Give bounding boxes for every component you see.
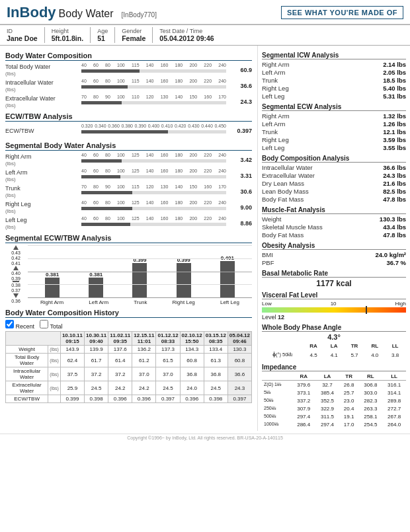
phase-value: 4.3° (262, 333, 406, 341)
seg-ecwtbw-yaxis: 0.43 0.42 0.41 0.40 0.39 0.38 0.37 (5, 245, 26, 298)
seg-ecw-rl: Right Leg3.59 lbs (262, 136, 406, 143)
seg-ecw-ll: Left Leg3.55 lbs (262, 144, 406, 151)
dash-icon (13, 281, 19, 282)
ecwtbw-value: 0.397 (229, 128, 252, 134)
hist-col-2: 10.30.1109:40 (85, 332, 108, 346)
ecw-label: Extracellular Water (lbs) (5, 95, 81, 108)
impedance-table: RA LA TR RL LL Z(Ω) 1㎑ 379.632.726.8306.… (262, 373, 406, 428)
bc-bfm: Body Fat Mass47.8 lbs (262, 196, 406, 203)
seg-icw-tr: Trunk18.5 lbs (262, 77, 406, 84)
hist-col-3: 11.02.1109:35 (108, 332, 132, 346)
history-table: 10.10.1109:15 10.30.1109:40 11.02.1109:3… (5, 331, 252, 403)
ecwtbw-row: ECW/TBW 0.3200.3400.3600.3800.3900.4000.… (5, 124, 252, 138)
hist-col-5: 01.12.1208:33 (156, 332, 180, 346)
hist-col-7: 03.15.1208:35 (204, 332, 227, 346)
seg-icw-rows: Right Arm2.14 lbs Left Arm2.05 lbs Trunk… (262, 61, 406, 100)
phase-table: RA LA TR RL LL ϕ(°) 50㎑ 4.5 4.1 5.7 4.0 … (262, 341, 406, 360)
seg-icw-ra: Right Arm2.14 lbs (262, 61, 406, 68)
seg-ecwtbw-chart-area: 0.43 0.42 0.41 0.40 0.39 0.38 0.37 (5, 245, 252, 298)
hist-weight-row: Weight (lbs) 143.9139.9137.6136.2137.313… (6, 346, 252, 354)
tbw-value: 60.9 (229, 67, 252, 73)
ecwtbw-label: ECW/TBW (5, 128, 81, 134)
sbw-tr-bar: 708090100115120130140150160170 (81, 184, 226, 199)
logo-subtitle: Body Water (59, 8, 114, 20)
imp-50khz: 50㎑ 337.2352.523.0282.3289.8 (262, 397, 406, 404)
seg-icw-ll: Left Leg5.31 lbs (262, 93, 406, 100)
patient-age: Age 51 (97, 27, 115, 43)
tbw-bar-container: 406080100115140160180200220240 (81, 63, 226, 77)
seg-ecw-title: Segmental ECW Analysis (262, 103, 406, 111)
patient-date: Test Date / Time 05.04.2012 09:46 (159, 27, 220, 43)
seg-icw-rl: Right Leg5.40 lbs (262, 85, 406, 92)
imp-5khz: 5㎑ 373.1385.425.7303.0314.1 (262, 389, 406, 397)
imp-1000khz: 1000㎑ 286.4297.417.0254.5264.0 (262, 420, 406, 428)
icw-track (81, 85, 226, 89)
mf-bfm: Body Fat Mass47.8 lbs (262, 231, 406, 239)
logo-inbody: InBody (7, 4, 56, 21)
ecwtbw-bar-container: 0.3200.3400.3600.3800.3900.4000.4100.420… (81, 124, 226, 138)
history-title: Body Water Composition History (5, 309, 252, 318)
ecwtbw-scale: 0.3200.3400.3600.3800.3900.4000.4100.420… (81, 124, 226, 128)
hist-ecw-row: Extracellular Water (lbs) 25.924.524.224… (6, 381, 252, 395)
hist-col-8: 05.04.1209:46 (227, 332, 251, 346)
obesity-rows: BMI24.0 kg/m² PBF36.7 % (262, 251, 406, 266)
sbw-trunk-label: Trunk (lbs) (5, 185, 81, 198)
ecw-bar-container: 708090100110120130140150160170 (81, 95, 226, 109)
phase-title: Whole Body Phase Angle (262, 324, 406, 332)
sbw-right-arm-row: Right Arm (lbs) 406080100125140160180200… (5, 153, 252, 167)
muscle-fat-title: Muscle-Fat Analysis (262, 206, 406, 214)
obesity-title: Obesity Analysis (262, 242, 406, 250)
sbw-tr-value: 30.6 (229, 188, 252, 195)
hist-col-label (6, 332, 61, 346)
tbw-track (81, 69, 226, 73)
sbw-right-leg-row: Right Leg (lbs) 406080100125140160180200… (5, 200, 252, 215)
seg-ecwtbw-chart: 0.381 0.381 0.399 (28, 245, 252, 298)
history-filter[interactable]: Recent Total (5, 320, 252, 330)
footer: Copyright ©1996~ by InBody, Ltd. All rig… (0, 434, 410, 441)
hist-col-6: 02.10.1215:50 (180, 332, 204, 346)
filter-recent-checkbox[interactable] (5, 320, 14, 328)
bmr-title: Basal Metabolic Rate (262, 270, 406, 278)
sbw-ll-bar: 406080100125140160180200220240 (81, 216, 226, 231)
header: InBody Body Water [InBody770] SEE WHAT Y… (0, 0, 410, 24)
hist-ecwtbw-row: ECW/TBW 0.3990.3980.3960.3960.3970.3960.… (6, 395, 252, 403)
vf-level: Level 12 (262, 314, 406, 321)
seg-icw-la: Left Arm2.05 lbs (262, 69, 406, 76)
sbw-ll-value: 8.86 (229, 220, 252, 227)
seg-ecw-ra: Right Arm1.32 lbs (262, 112, 406, 120)
seg-ecwtbw-title: Segmental ECW/TBW Analysis (5, 234, 252, 243)
bwc-title: Body Water Composition (5, 52, 252, 61)
arrow-down-icon (13, 293, 19, 298)
ecw-value: 24.3 (229, 98, 252, 105)
sbw-right-arm-label: Right Arm (lbs) (5, 153, 81, 167)
bwc-bars: Total Body Water (lbs) 40608010011514016… (5, 63, 252, 109)
sbw-rl-bar: 406080100125140160180200220240 (81, 200, 226, 215)
sbw-la-bar: 406080100125140160180200220240 (81, 169, 226, 183)
sbw-trunk-row: Trunk (lbs) 7080901001151201301401501601… (5, 184, 252, 199)
ecw-track (81, 101, 226, 104)
body-comp-rows: Intracellular Water36.6 lbs Extracellula… (262, 164, 406, 203)
patient-gender: Gender Female (122, 27, 153, 43)
filter-total-checkbox[interactable] (40, 320, 48, 328)
ecw-row: Extracellular Water (lbs) 70809010011012… (5, 95, 252, 109)
seg-ecw-rows: Right Arm1.32 lbs Left Arm1.26 lbs Trunk… (262, 112, 406, 151)
icw-scale: 406080100115140160180200220240 (81, 79, 226, 83)
bc-ecw: Extracellular Water24.3 lbs (262, 172, 406, 179)
icw-bar-container: 406080100115140160180200220240 (81, 79, 226, 93)
tbw-scale: 406080100115140160180200220240 (81, 63, 226, 67)
sbw-right-leg-label: Right Leg (lbs) (5, 201, 81, 214)
vf-gradient (262, 307, 406, 313)
ecwtbw-fill (81, 130, 168, 133)
imp-250khz: 250㎑ 307.9322.920.4263.3272.7 (262, 404, 406, 412)
seg-ecw-la: Left Arm1.26 lbs (262, 120, 406, 128)
sbw-left-leg-row: Left Leg (lbs) 4060801001251401601802002… (5, 216, 252, 231)
right-panel: Segmental ICW Analysis Right Arm2.14 lbs… (258, 46, 410, 431)
logo-area: InBody Body Water [InBody770] (7, 4, 157, 21)
sbw-ra-value: 3.42 (229, 157, 252, 163)
slogan: SEE WHAT YOU'RE MADE OF (281, 6, 403, 19)
bc-dlm: Dry Lean Mass21.6 lbs (262, 180, 406, 187)
mf-weight: Weight130.3 lbs (262, 215, 406, 223)
logo-model: [InBody770] (122, 11, 157, 19)
patient-height: Height 5ft.01.8in. (52, 27, 91, 43)
hist-col-1: 10.10.1109:15 (60, 332, 84, 346)
